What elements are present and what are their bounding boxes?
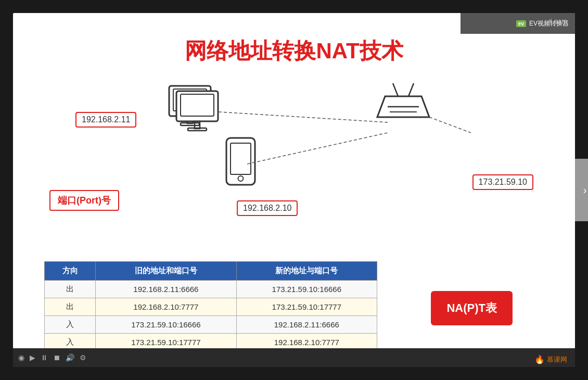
- svg-rect-3: [181, 123, 199, 125]
- main-slide: ev EV视频转换器 : # eam 网络地址转换NAT技术: [13, 13, 575, 367]
- svg-rect-4: [176, 91, 218, 121]
- mukewang-label: 慕课网: [547, 355, 567, 364]
- cell-old: 192.168.2.10:7777: [96, 298, 236, 316]
- mukewang-logo: 🔥 慕课网: [534, 354, 567, 364]
- flame-icon: 🔥: [534, 354, 545, 364]
- ip-label-192-11: 192.168.2.11: [75, 112, 136, 128]
- cell-direction: 出: [45, 281, 96, 298]
- ip-label-173: 173.21.59.10: [472, 174, 533, 190]
- cell-direction: 入: [45, 316, 96, 334]
- svg-line-17: [429, 117, 471, 133]
- svg-line-15: [219, 112, 388, 122]
- cell-old: 173.21.59.10:16666: [96, 316, 236, 334]
- cell-direction: 出: [45, 298, 96, 316]
- mobile-icon: [226, 138, 255, 185]
- table-row: 出192.168.2.11:6666173.21.59.10:16666: [45, 281, 377, 298]
- stop-icon[interactable]: ⏹: [53, 353, 60, 362]
- pause-icon[interactable]: ⏸: [41, 353, 48, 362]
- cell-new: 173.21.59.10:16666: [236, 281, 377, 298]
- svg-rect-7: [188, 128, 207, 131]
- nat-table: 方向 旧的地址和端口号 新的地址与端口号 出192.168.2.11:66661…: [44, 261, 377, 351]
- svg-line-11: [393, 83, 398, 96]
- svg-line-16: [247, 133, 388, 164]
- table-header-new: 新的地址与端口号: [236, 262, 377, 281]
- port-label-box: 端口(Port)号: [49, 190, 119, 211]
- nat-button[interactable]: NA(P)T表: [431, 291, 513, 325]
- table-row: 出192.168.2.10:7777173.21.59.10:17777: [45, 298, 377, 316]
- record-icon[interactable]: ▶: [30, 353, 35, 362]
- svg-line-12: [408, 83, 414, 96]
- ev-badge: ev: [516, 20, 526, 27]
- ip-label-192-10: 192.168.2.10: [237, 200, 298, 216]
- table-header-old: 旧的地址和端口号: [96, 262, 236, 281]
- play-icon[interactable]: ◉: [18, 353, 24, 362]
- bottom-bar: ◉ ▶ ⏸ ⏹ 🔊 ⚙ 🔥 慕课网: [13, 348, 575, 367]
- table-header-direction: 方向: [45, 262, 96, 281]
- side-panel[interactable]: ›: [575, 159, 588, 221]
- volume-icon[interactable]: 🔊: [66, 353, 74, 362]
- slide-title: 网络地址转换NAT技术: [13, 36, 575, 66]
- cell-new: 192.168.2.11:6666: [236, 316, 377, 334]
- diagram-area: 192.168.2.11 192.168.2.10 173.21.59.10 端…: [44, 70, 544, 247]
- network-diagram-svg: [44, 70, 544, 247]
- chevron-right-icon: ›: [583, 184, 587, 196]
- settings-icon[interactable]: ⚙: [80, 353, 86, 362]
- top-right-annotation: : # eam: [545, 17, 567, 25]
- nat-table-area: 方向 旧的地址和端口号 新的地址与端口号 出192.168.2.11:66661…: [44, 261, 377, 351]
- cell-new: 173.21.59.10:17777: [236, 298, 377, 316]
- cell-old: 192.168.2.11:6666: [96, 281, 236, 298]
- router-icon: [377, 83, 429, 117]
- computer-icon: [169, 86, 218, 131]
- table-row: 入173.21.59.10:16666192.168.2.11:6666: [45, 316, 377, 334]
